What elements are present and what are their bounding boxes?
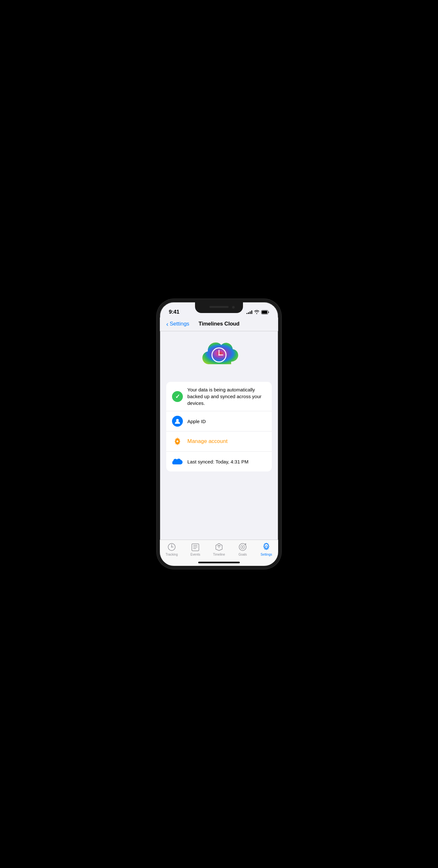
goals-icon [238,542,247,552]
main-content: ✓ Your data is being automatically backe… [160,331,278,535]
svg-point-13 [171,547,172,548]
tab-goals-label: Goals [238,553,247,556]
tracking-icon [167,542,176,552]
svg-point-24 [265,546,268,548]
tab-settings-label: Settings [261,553,272,556]
volume-down-button[interactable] [157,356,157,368]
gear-orange-icon [172,436,183,447]
info-card: ✓ Your data is being automatically backe… [166,382,272,471]
power-button[interactable] [281,348,281,368]
camera [232,305,235,309]
person-icon [172,416,183,427]
cloud-blue-icon [172,456,183,467]
nav-bar: ‹ Settings Timelines Cloud [160,317,278,331]
events-icon [191,542,200,552]
home-indicator [198,562,240,563]
tab-events-label: Events [191,553,200,556]
apple-id-row[interactable]: Apple ID [166,411,272,431]
battery-icon [261,310,269,314]
svg-point-5 [218,354,220,355]
sync-status-text: Your data is being automatically backed … [187,386,266,406]
tab-timeline[interactable]: Timeline [207,542,231,556]
signal-icon [246,310,252,314]
tab-tracking-label: Tracking [166,553,178,556]
tab-tracking[interactable]: Tracking [160,542,183,556]
page-title: Timelines Cloud [192,321,246,327]
back-chevron-icon: ‹ [166,321,168,327]
status-time: 9:41 [169,309,179,315]
status-icons [246,310,269,314]
person-circle [172,416,183,427]
green-check-circle: ✓ [172,391,183,402]
volume-up-button[interactable] [157,341,157,352]
svg-point-20 [242,546,243,548]
tab-timeline-label: Timeline [213,553,225,556]
svg-point-6 [176,419,179,422]
last-synced-row: Last synced: Today, 4:31 PM [166,452,272,471]
timeline-icon [214,542,224,552]
tab-settings[interactable]: Settings [255,542,278,556]
sync-status-row: ✓ Your data is being automatically backe… [166,382,272,411]
svg-point-9 [176,440,178,442]
manage-account-row[interactable]: Manage account [166,431,272,452]
tab-events[interactable]: Events [183,542,207,556]
svg-rect-1 [262,311,267,314]
app-icon [200,341,238,373]
last-synced-text: Last synced: Today, 4:31 PM [187,458,248,465]
phone-frame: 9:41 [157,299,281,569]
manage-account-text: Manage account [187,437,228,445]
speaker [209,306,229,308]
tab-goals[interactable]: Goals [231,542,255,556]
back-label: Settings [170,321,189,327]
svg-rect-14 [192,544,199,551]
notch [195,302,243,313]
check-icon: ✓ [172,391,183,402]
back-button[interactable]: ‹ Settings [166,321,192,327]
gear-circle [172,436,183,447]
wifi-icon [254,310,259,314]
settings-icon [262,542,271,552]
apple-id-text: Apple ID [187,418,206,425]
